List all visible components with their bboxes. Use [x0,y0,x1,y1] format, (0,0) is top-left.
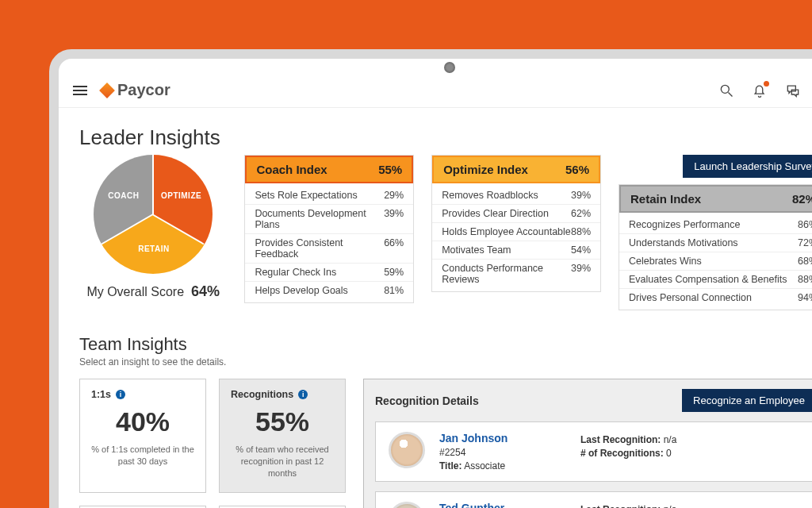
recognition-panel-title: Recognition Details [375,394,479,407]
coach-index-card[interactable]: Coach Index 55% Sets Role Expectations29… [244,155,414,303]
menu-icon[interactable] [73,86,87,95]
insight-tiles: 1:1si40%% of 1:1s completed in the past … [79,379,349,508]
index-row: Celebrates Wins68% [619,252,812,271]
recognition-panel: Recognition Details Recognize an Employe… [363,379,812,508]
search-icon[interactable] [718,83,734,98]
notification-dot [764,81,769,87]
index-row: Drives Personal Connection94% [619,289,812,306]
info-icon[interactable]: i [116,390,125,399]
index-row: Documents Development Plans39% [245,205,413,234]
retain-index-pct: 82% [792,192,812,206]
insight-tile[interactable]: 1:1si40%% of 1:1s completed in the past … [79,379,206,493]
avatar [389,502,425,508]
index-row: Evaluates Compensation & Benefits88% [619,271,812,289]
pie-seg-retain: RETAIN [138,244,169,253]
overall-score-card: COACH OPTIMIZE RETAIN My Overall Score 6… [79,155,227,300]
overall-score-label: My Overall Score [86,285,184,298]
page-title: Leader Insights [79,125,812,150]
index-row: Helps Develop Goals81% [245,282,413,299]
index-row: Understands Motivations72% [619,234,812,252]
index-row: Regular Check Ins59% [245,264,413,282]
recognize-employee-button[interactable]: Recognize an Employee [682,389,812,412]
optimize-index-title: Optimize Index [443,163,528,176]
team-insights-title: Team Insights [79,334,812,355]
insight-tile[interactable]: Performance Reviewsi75% [79,506,206,508]
coach-index-title: Coach Index [256,163,327,176]
index-row: Sets Role Expectations29% [245,187,413,205]
employee-row[interactable]: Jan Johnson#2254Title: AssociateLast Rec… [375,421,812,482]
index-row: Removes Roadblocks39% [432,187,600,205]
pie-seg-coach: COACH [108,191,139,200]
device-camera [444,62,455,73]
retain-index-title: Retain Index [630,192,701,206]
index-row: Provides Consistent Feedback66% [245,234,413,264]
tablet-frame: Paycor Leader Insights [49,49,812,508]
top-bar: Paycor [59,78,812,108]
team-insights-subtitle: Select an insight to see the details. [79,356,812,368]
launch-survey-button[interactable]: Launch Leadership Survey [683,155,812,178]
retain-index-card[interactable]: Retain Index 82% Recognizes Performance8… [619,184,812,310]
optimize-index-card[interactable]: Optimize Index 56% Removes Roadblocks39%… [431,155,601,292]
info-icon[interactable]: i [298,390,308,399]
svg-point-0 [721,85,729,93]
overall-score-line: My Overall Score 64% [79,283,227,300]
leader-insights-row: COACH OPTIMIZE RETAIN My Overall Score 6… [79,155,812,310]
index-row: Conducts Performance Reviews39% [432,260,600,288]
brand-name: Paycor [117,81,170,99]
brand-logo[interactable]: Paycor [102,81,170,99]
index-row: Motivates Team54% [432,241,600,260]
employee-id: #2254 [439,447,566,458]
index-row: Recognizes Performance86% [619,216,812,234]
score-pie: COACH OPTIMIZE RETAIN [94,155,213,274]
bell-icon[interactable] [752,83,768,98]
avatar [389,432,425,468]
index-row: Provides Clear Direction62% [432,205,600,223]
coach-index-pct: 55% [378,163,402,176]
employee-name: Ted Gunther [439,502,566,508]
employee-name: Jan Johnson [439,432,566,444]
employee-row[interactable]: Ted Gunther#4543Title: Lead AssociateLas… [375,491,812,508]
overall-score-value: 64% [191,283,220,299]
index-row: Holds Employee Accountable88% [432,223,600,241]
insight-tile[interactable]: Recognitionsi55%% of team who received r… [219,379,346,493]
brand-mark [99,83,115,98]
insight-tile[interactable]: PTOi50% [219,506,346,508]
chat-icon[interactable] [785,83,801,98]
optimize-index-pct: 56% [565,163,589,176]
svg-line-1 [729,92,733,96]
pie-seg-optimize: OPTIMIZE [161,191,201,200]
